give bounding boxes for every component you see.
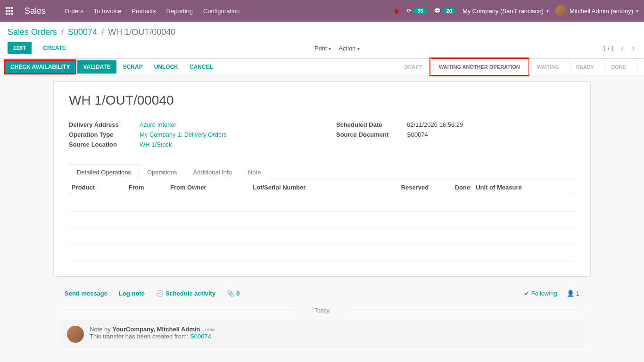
company-switcher[interactable]: My Company (San Francisco) ▾ [462, 8, 549, 15]
label-delivery-address: Delivery Address [69, 121, 140, 128]
date-separator: Today [61, 307, 583, 314]
note-time: - now [202, 327, 215, 332]
schedule-activity-button[interactable]: 🕘 Schedule activity [156, 290, 215, 297]
col-reserved[interactable]: Reserved [366, 180, 432, 195]
user-icon: 👤 [567, 290, 574, 297]
menu-reporting[interactable]: Reporting [166, 8, 193, 15]
menu-products[interactable]: Products [132, 8, 156, 15]
breadcrumb-root[interactable]: Sales Orders [8, 27, 57, 37]
label-source-location: Source Location [69, 141, 140, 148]
value-delivery-address[interactable]: Azure Interior [140, 121, 176, 128]
avatar-icon [67, 326, 84, 343]
pager-next[interactable]: › [630, 44, 636, 52]
messages-count: 20 [443, 8, 456, 14]
breadcrumb: Sales Orders / S00074 / WH 1/OUT/00040 [8, 27, 636, 37]
company-name: My Company (San Francisco) [462, 8, 544, 15]
record-title: WH 1/OUT/00040 [69, 93, 575, 108]
note-body-link[interactable]: S00074 [190, 333, 211, 340]
table-row[interactable] [69, 228, 575, 245]
status-waiting-another-operation[interactable]: WAITING ANOTHER OPERATION [430, 58, 528, 75]
status-draft[interactable]: DRAFT [396, 58, 430, 75]
avatar-icon [555, 5, 567, 16]
menu-to-invoice[interactable]: To Invoice [94, 8, 122, 15]
messages-indicator[interactable]: 💬 20 [434, 8, 456, 14]
log-note-button[interactable]: Log note [119, 290, 145, 297]
user-name: Mitchell Admin (antony) [570, 8, 633, 15]
form-sheet: WH 1/OUT/00040 Delivery Address Azure In… [53, 81, 591, 277]
statusbar: CHECK AVAILABILITY VALIDATE SCRAP UNLOCK… [0, 58, 644, 75]
operations-table: Product From From Owner Lot/Serial Numbe… [69, 180, 575, 261]
unlock-button[interactable]: UNLOCK [149, 60, 183, 74]
scrap-button[interactable]: SCRAP [118, 60, 148, 74]
pager-count: 1 / 1 [603, 45, 614, 52]
clock-icon: 🕘 [156, 290, 164, 297]
menu-orders[interactable]: Orders [65, 8, 83, 15]
col-from[interactable]: From [126, 180, 167, 195]
note-author: YourCompany, Mitchell Admin [112, 326, 200, 333]
check-icon: ✔ [524, 290, 529, 297]
apps-icon[interactable] [6, 7, 15, 15]
tab-additional-info[interactable]: Additional Info [185, 165, 240, 180]
value-source-location[interactable]: WH 1/Stock [140, 141, 172, 148]
brand: Sales [25, 6, 46, 16]
paperclip-icon: 📎 [227, 290, 234, 297]
validate-button[interactable]: VALIDATE [77, 60, 116, 74]
chevron-down-icon: ▾ [357, 46, 360, 51]
pager-prev[interactable]: ‹ [619, 44, 625, 52]
label-scheduled-date: Scheduled Date [336, 121, 407, 128]
create-button[interactable]: CREATE [37, 42, 71, 54]
value-operation-type[interactable]: My Company 1: Delivery Orders [140, 131, 227, 138]
check-availability-button[interactable]: CHECK AVAILABILITY [5, 60, 75, 74]
log-note-entry: Note by YourCompany, Mitchell Admin - no… [61, 321, 583, 348]
table-row[interactable] [69, 212, 575, 228]
tab-detailed-operations[interactable]: Detailed Operations [69, 165, 139, 180]
user-menu[interactable]: Mitchell Admin (antony) ▾ [555, 5, 638, 16]
col-lot[interactable]: Lot/Serial Number [250, 180, 365, 195]
topnav-menu: Orders To Invoice Products Reporting Con… [65, 8, 239, 15]
breadcrumb-leaf: WH 1/OUT/00040 [108, 27, 175, 37]
col-from-owner[interactable]: From Owner [167, 180, 250, 195]
chevron-down-icon: ▾ [329, 46, 331, 51]
chevron-down-icon: ▾ [546, 8, 549, 14]
col-product[interactable]: Product [69, 180, 126, 195]
following-button[interactable]: ✔ Following [524, 290, 557, 297]
tab-note[interactable]: Note [240, 165, 269, 180]
note-body-text: This transfer has been created from: [90, 333, 190, 340]
control-panel: Sales Orders / S00074 / WH 1/OUT/00040 E… [0, 22, 644, 58]
topnav-right: 🐞 ⟳ 35 💬 20 My Company (San Francisco) ▾… [393, 5, 638, 16]
col-uom[interactable]: Unit of Measure [473, 180, 575, 195]
debug-icon[interactable]: 🐞 [393, 8, 400, 15]
tabs: Detailed Operations Operations Additiona… [69, 164, 575, 180]
table-row[interactable] [69, 195, 575, 212]
status-waiting[interactable]: WAITING [528, 58, 568, 75]
menu-configuration[interactable]: Configuration [203, 8, 239, 15]
value-scheduled-date: 02/11/2020 16:56:29 [407, 121, 463, 128]
attachments-button[interactable]: 📎 0 [227, 290, 239, 297]
activities-indicator[interactable]: ⟳ 35 [407, 8, 427, 14]
chevron-down-icon: ▾ [636, 8, 638, 14]
value-source-document: S00074 [407, 131, 428, 138]
chat-icon: 💬 [434, 8, 441, 14]
followers-button[interactable]: 👤 1 [567, 290, 579, 297]
edit-button[interactable]: EDIT [8, 42, 32, 54]
tab-operations[interactable]: Operations [139, 165, 185, 180]
label-source-document: Source Document [336, 131, 407, 138]
activities-count: 35 [413, 8, 427, 14]
breadcrumb-mid[interactable]: S00074 [68, 27, 97, 37]
clock-icon: ⟳ [407, 8, 412, 14]
table-row[interactable] [69, 245, 575, 261]
chatter: Send message Log note 🕘 Schedule activit… [53, 284, 591, 348]
print-dropdown[interactable]: Print ▾ [314, 45, 331, 52]
topnav: Sales Orders To Invoice Products Reporti… [0, 0, 644, 22]
status-ready[interactable]: READY [568, 58, 603, 75]
action-dropdown[interactable]: Action ▾ [339, 45, 360, 52]
status-done[interactable]: DONE [603, 58, 635, 75]
send-message-button[interactable]: Send message [65, 290, 107, 297]
col-done[interactable]: Done [431, 180, 473, 195]
note-prefix: Note by [90, 326, 111, 333]
cancel-button[interactable]: CANCEL [185, 60, 218, 74]
label-operation-type: Operation Type [69, 131, 140, 138]
